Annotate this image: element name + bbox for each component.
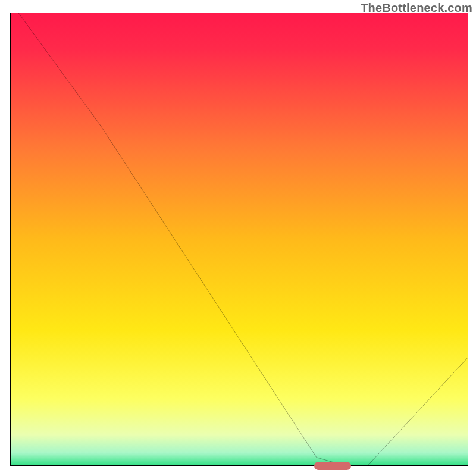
- gradient-background: [10, 13, 468, 466]
- chart-svg: [10, 13, 468, 466]
- optimum-marker: [314, 462, 351, 470]
- bottleneck-chart: TheBottleneck.com: [0, 0, 476, 476]
- plot-area: [10, 13, 468, 466]
- x-axis: [10, 465, 468, 466]
- watermark-text: TheBottleneck.com: [361, 1, 472, 15]
- y-axis: [10, 13, 11, 466]
